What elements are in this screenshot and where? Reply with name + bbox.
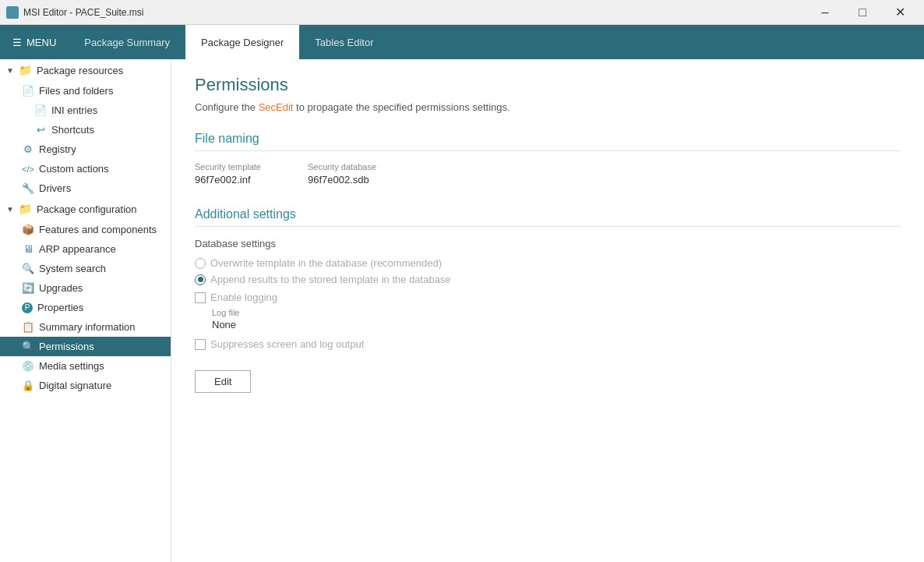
- security-template-value: 96f7e002.inf: [195, 174, 261, 186]
- sidebar-item-properties-label: Properties: [37, 302, 83, 313]
- folder-config-icon: 📁: [19, 203, 32, 215]
- sidebar-group-package-resources[interactable]: ▼ 📁 Package resources: [0, 59, 171, 81]
- app-icon: [6, 6, 19, 19]
- chevron-down-icon-config: ▼: [6, 205, 14, 214]
- sidebar: ▼ 📁 Package resources 📄 Files and folder…: [0, 59, 171, 562]
- sidebar-item-digital-signature-label: Digital signature: [39, 380, 111, 391]
- suppress-item[interactable]: Suppresses screen and log output: [195, 338, 901, 350]
- tab-package-designer-label: Package Designer: [201, 37, 284, 48]
- sidebar-item-features-label: Features and components: [39, 224, 157, 235]
- sidebar-group-config-label: Package configuration: [37, 203, 137, 215]
- sidebar-item-registry-label: Registry: [39, 143, 76, 155]
- file-icon: 📄: [22, 85, 34, 97]
- upgrades-icon: 🔄: [22, 282, 34, 294]
- menu-bar: ☰ MENU Package Summary Package Designer …: [0, 25, 924, 59]
- sidebar-item-permissions[interactable]: 🔍 Permissions: [0, 337, 171, 356]
- file-naming-grid: Security template 96f7e002.inf Security …: [195, 162, 901, 186]
- sidebar-item-system-search[interactable]: 🔍 System search: [0, 259, 171, 278]
- tab-tables-editor-label: Tables Editor: [315, 37, 373, 48]
- sidebar-item-arp-label: ARP appearance: [39, 243, 116, 255]
- content-area: Permissions Configure the SecEdit to pro…: [171, 59, 924, 562]
- sidebar-item-media-settings[interactable]: 💿 Media settings: [0, 356, 171, 376]
- highlight-secedit: SecEdit: [259, 101, 294, 113]
- security-template-label: Security template: [195, 162, 261, 171]
- folder-icon: 📁: [19, 64, 32, 76]
- radio-append-label: Append results to the stored template in…: [210, 274, 451, 285]
- database-settings-label: Database settings: [195, 238, 901, 249]
- radio-append-circle: [195, 274, 206, 285]
- sidebar-item-files-and-folders-label: Files and folders: [39, 85, 113, 97]
- sidebar-item-features-and-components[interactable]: 📦 Features and components: [0, 220, 171, 239]
- registry-icon: ⚙: [22, 143, 34, 155]
- sidebar-item-summary-information[interactable]: 📋 Summary information: [0, 317, 171, 337]
- tab-package-summary-label: Package Summary: [84, 37, 170, 48]
- chevron-down-icon: ▼: [6, 66, 14, 75]
- sidebar-item-files-and-folders[interactable]: 📄 Files and folders: [0, 81, 171, 101]
- sidebar-item-digital-signature[interactable]: 🔒 Digital signature: [0, 376, 171, 395]
- sidebar-item-upgrades[interactable]: 🔄 Upgrades: [0, 278, 171, 298]
- hamburger-icon: ☰: [12, 37, 22, 48]
- enable-logging-label: Enable logging: [210, 292, 277, 303]
- radio-overwrite[interactable]: Overwrite template in the database (reco…: [195, 257, 901, 269]
- edit-button[interactable]: Edit: [195, 370, 251, 393]
- sidebar-item-ini-entries-label: INI entries: [51, 104, 97, 116]
- additional-settings-content: Database settings Overwrite template in …: [195, 238, 901, 393]
- sidebar-item-ini-entries[interactable]: 📄 INI entries: [0, 101, 171, 120]
- suppress-label: Suppresses screen and log output: [210, 338, 364, 350]
- tab-package-designer[interactable]: Package Designer: [185, 25, 299, 59]
- media-icon: 💿: [22, 360, 34, 372]
- arp-icon: 🖥: [22, 243, 34, 255]
- sidebar-group-resources-label: Package resources: [37, 65, 123, 76]
- summary-icon: 📋: [22, 321, 34, 333]
- sidebar-item-shortcuts-label: Shortcuts: [51, 124, 94, 136]
- custom-actions-icon: </>: [22, 164, 34, 174]
- sidebar-item-custom-actions[interactable]: </> Custom actions: [0, 159, 171, 178]
- additional-settings-title: Additional settings: [195, 207, 901, 227]
- sidebar-item-drivers[interactable]: 🔧 Drivers: [0, 178, 171, 198]
- suppress-checkbox: [195, 339, 206, 350]
- log-file-value: None: [212, 319, 901, 330]
- minimize-button[interactable]: –: [807, 0, 843, 25]
- sidebar-item-properties[interactable]: P Properties: [0, 298, 171, 317]
- sidebar-item-custom-actions-label: Custom actions: [39, 163, 109, 175]
- close-button[interactable]: ✕: [882, 0, 918, 25]
- maximize-button[interactable]: □: [845, 0, 880, 25]
- permissions-icon: 🔍: [22, 341, 34, 352]
- sidebar-item-permissions-label: Permissions: [39, 341, 94, 352]
- properties-icon: P: [22, 302, 33, 313]
- shortcut-icon: ↩: [34, 124, 47, 136]
- menu-button[interactable]: ☰ MENU: [0, 25, 69, 59]
- file-naming-title: File naming: [195, 132, 901, 151]
- features-icon: 📦: [22, 224, 34, 235]
- main-layout: ▼ 📁 Package resources 📄 Files and folder…: [0, 59, 924, 562]
- enable-logging-checkbox: [195, 292, 206, 303]
- sidebar-item-arp-appearance[interactable]: 🖥 ARP appearance: [0, 239, 171, 259]
- tab-tables-editor[interactable]: Tables Editor: [299, 25, 389, 59]
- radio-append[interactable]: Append results to the stored template in…: [195, 274, 901, 285]
- sidebar-item-registry[interactable]: ⚙ Registry: [0, 140, 171, 159]
- search-icon: 🔍: [22, 263, 34, 274]
- sidebar-item-summary-label: Summary information: [39, 321, 136, 333]
- security-database-field: Security database 96f7e002.sdb: [308, 162, 376, 186]
- sidebar-group-package-configuration[interactable]: ▼ 📁 Package configuration: [0, 198, 171, 220]
- lock-icon: 🔒: [22, 380, 34, 391]
- title-bar: MSI Editor - PACE_Suite.msi – □ ✕: [0, 0, 924, 25]
- drivers-icon: 🔧: [22, 182, 34, 194]
- window-title: MSI Editor - PACE_Suite.msi: [23, 7, 144, 18]
- radio-overwrite-circle: [195, 258, 206, 269]
- sidebar-item-upgrades-label: Upgrades: [39, 282, 83, 294]
- sidebar-item-media-settings-label: Media settings: [39, 360, 104, 372]
- tab-package-summary[interactable]: Package Summary: [69, 25, 185, 59]
- security-template-field: Security template 96f7e002.inf: [195, 162, 261, 186]
- page-title: Permissions: [195, 75, 901, 95]
- radio-overwrite-label: Overwrite template in the database (reco…: [210, 257, 442, 269]
- menu-label: MENU: [26, 37, 56, 48]
- page-description: Configure the SecEdit to propagate the s…: [195, 101, 901, 113]
- log-file-label: Log file: [212, 308, 901, 317]
- ini-icon: 📄: [34, 104, 47, 116]
- sidebar-item-shortcuts[interactable]: ↩ Shortcuts: [0, 120, 171, 140]
- sidebar-item-drivers-label: Drivers: [39, 182, 71, 194]
- security-database-label: Security database: [308, 162, 376, 171]
- security-database-value: 96f7e002.sdb: [308, 174, 376, 186]
- enable-logging-item[interactable]: Enable logging: [195, 292, 901, 303]
